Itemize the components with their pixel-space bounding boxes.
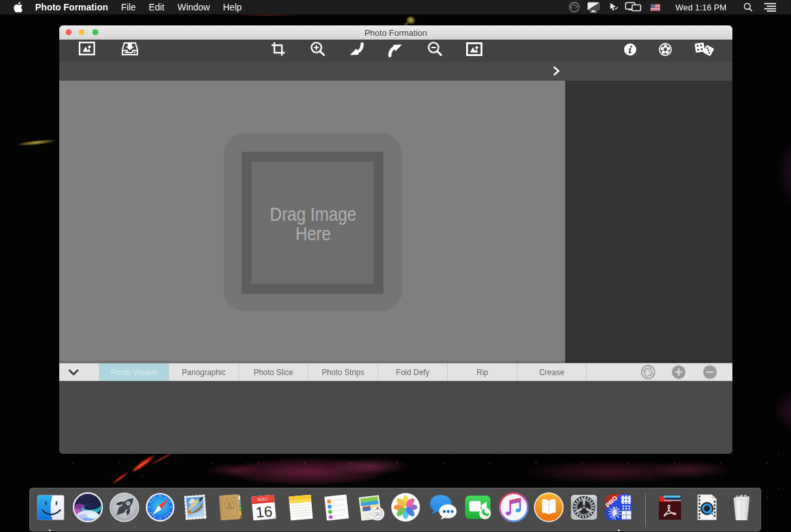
svg-text:MAY: MAY	[257, 496, 269, 503]
svg-text:16: 16	[255, 503, 273, 521]
svg-text:Here: Here	[296, 223, 331, 244]
svg-text:Drag Image: Drag Image	[270, 204, 357, 225]
svg-text:3D: 3D	[375, 512, 381, 516]
